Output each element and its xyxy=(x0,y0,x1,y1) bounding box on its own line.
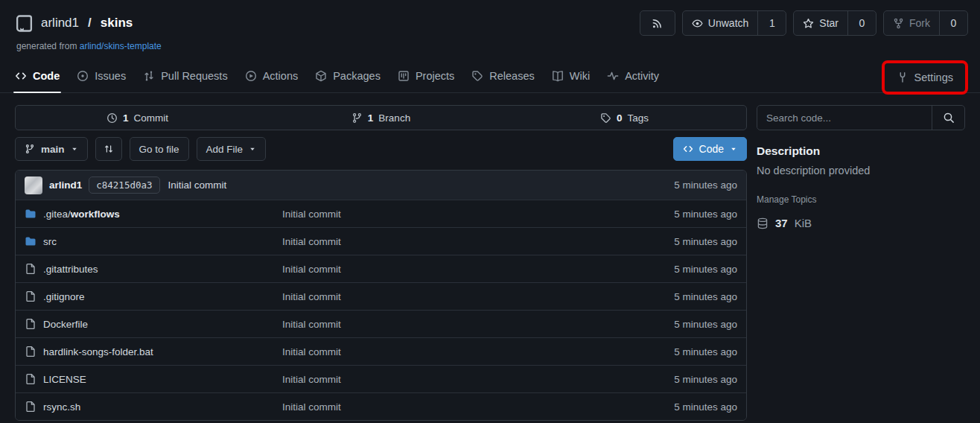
tab-issues[interactable]: Issues xyxy=(77,59,126,92)
manage-topics-link[interactable]: Manage Topics xyxy=(757,194,965,205)
avatar[interactable] xyxy=(25,176,42,194)
file-commit-message[interactable]: Initial commit xyxy=(282,264,611,275)
tab-packages[interactable]: Packages xyxy=(315,59,381,92)
add-file-button[interactable]: Add File xyxy=(197,137,267,161)
repo-owner-link[interactable]: arlind1 xyxy=(41,16,79,31)
file-commit-message[interactable]: Initial commit xyxy=(282,401,611,413)
file-name-link[interactable]: hardlink-songs-folder.bat xyxy=(43,346,153,357)
file-commit-message[interactable]: Initial commit xyxy=(282,319,611,330)
repo-size-unit: KiB xyxy=(795,217,812,229)
fork-button-group: Fork 0 xyxy=(883,10,968,36)
forks-count[interactable]: 0 xyxy=(939,11,967,35)
description-text: No description provided xyxy=(757,165,965,176)
repo-tabbar: Code Issues Pull Requests Actions Packag… xyxy=(0,59,980,93)
stat-branch[interactable]: 1 Branch xyxy=(259,106,503,130)
book-icon xyxy=(552,70,564,82)
commit-author-link[interactable]: arlind1 xyxy=(49,179,82,191)
tab-actions-label: Actions xyxy=(263,70,299,82)
project-icon xyxy=(398,70,410,82)
tab-wiki[interactable]: Wiki xyxy=(552,59,590,92)
branch-icon xyxy=(351,112,363,124)
tab-projects-label: Projects xyxy=(416,70,454,82)
search-input[interactable] xyxy=(757,106,932,130)
file-commit-time: 5 minutes ago xyxy=(611,401,737,413)
annotation-highlight-box: Settings xyxy=(882,60,968,95)
unwatch-button[interactable]: Unwatch xyxy=(683,11,757,35)
file-commit-message[interactable]: Initial commit xyxy=(282,346,611,357)
commit-message-link[interactable]: Initial commit xyxy=(168,179,227,191)
file-name-link[interactable]: src xyxy=(43,236,57,247)
repo-icon xyxy=(15,14,34,33)
branch-selector[interactable]: main xyxy=(15,137,88,161)
file-name-link[interactable]: .gitattributes xyxy=(43,264,98,275)
file-row: hardlink-songs-folder.bat Initial commit… xyxy=(16,337,746,365)
folder-icon xyxy=(25,208,36,220)
file-commit-message[interactable]: Initial commit xyxy=(282,236,611,247)
file-commit-time: 5 minutes ago xyxy=(611,346,737,357)
chevron-down-icon xyxy=(730,145,737,153)
rss-button[interactable] xyxy=(640,11,675,35)
file-commit-time: 5 minutes ago xyxy=(611,291,737,302)
file-commit-message[interactable]: Initial commit xyxy=(282,374,611,385)
file-name-link[interactable]: Dockerfile xyxy=(43,319,88,330)
tab-code[interactable]: Code xyxy=(15,59,60,92)
fork-button[interactable]: Fork xyxy=(884,11,939,35)
go-to-file-button[interactable]: Go to file xyxy=(130,137,189,161)
tab-issues-label: Issues xyxy=(95,70,126,82)
search-button[interactable] xyxy=(932,106,964,130)
stat-commit[interactable]: 1 Commit xyxy=(16,106,259,130)
repo-size-row: 37 KiB xyxy=(757,217,965,229)
file-icon xyxy=(25,346,36,357)
template-repo-link[interactable]: arlind/skins-template xyxy=(80,41,162,51)
file-row: Dockerfile Initial commit 5 minutes ago xyxy=(16,310,746,337)
tab-pull-requests-label: Pull Requests xyxy=(161,70,227,82)
stars-count[interactable]: 0 xyxy=(847,11,876,35)
tools-icon xyxy=(897,71,909,83)
file-icon xyxy=(25,290,36,302)
generated-from-line: generated from arlind/skins-template xyxy=(16,41,968,51)
code-icon xyxy=(15,70,27,82)
file-icon xyxy=(25,263,36,275)
tab-releases[interactable]: Releases xyxy=(471,59,534,92)
file-commit-time: 5 minutes ago xyxy=(611,236,737,247)
stat-tags[interactable]: 0 Tags xyxy=(503,106,746,130)
commit-time: 5 minutes ago xyxy=(674,179,737,191)
tab-wiki-label: Wiki xyxy=(570,70,590,82)
play-icon xyxy=(245,70,257,82)
watch-button-group: Unwatch 1 xyxy=(682,10,786,36)
branch-name: main xyxy=(41,144,65,155)
description-heading: Description xyxy=(757,144,965,158)
compare-button[interactable] xyxy=(95,137,122,161)
chevron-down-icon xyxy=(249,145,256,153)
file-icon xyxy=(25,401,36,413)
file-row: src Initial commit 5 minutes ago xyxy=(16,227,746,255)
code-download-button[interactable]: Code xyxy=(673,137,747,161)
star-button[interactable]: Star xyxy=(794,11,847,35)
file-commit-message[interactable]: Initial commit xyxy=(282,209,611,220)
repo-title: arlind1 / skins xyxy=(15,14,133,33)
database-icon xyxy=(757,217,769,229)
file-name-link[interactable]: .gitea/workflows xyxy=(43,209,120,220)
file-commit-message[interactable]: Initial commit xyxy=(282,291,611,302)
repo-size-value: 37 xyxy=(775,217,788,229)
tab-activity[interactable]: Activity xyxy=(607,59,659,92)
file-row: LICENSE Initial commit 5 minutes ago xyxy=(16,365,746,392)
file-name-link[interactable]: rsync.sh xyxy=(43,401,80,413)
tag-icon xyxy=(471,70,483,82)
file-table: arlind1 c84215d0a3 Initial commit 5 minu… xyxy=(15,170,747,421)
tab-projects[interactable]: Projects xyxy=(398,59,454,92)
file-row: rsync.sh Initial commit 5 minutes ago xyxy=(16,392,746,420)
tab-settings-label: Settings xyxy=(914,71,953,83)
file-icon xyxy=(25,318,36,330)
file-row: .gitea/workflows Initial commit 5 minute… xyxy=(16,200,746,227)
commit-hash-link[interactable]: c84215d0a3 xyxy=(89,176,159,194)
file-name-link[interactable]: .gitignore xyxy=(43,291,85,302)
code-toolbar: main Go to file Add File Code xyxy=(15,137,747,161)
file-name-link[interactable]: LICENSE xyxy=(43,374,86,385)
tab-settings[interactable]: Settings xyxy=(897,71,953,83)
watchers-count[interactable]: 1 xyxy=(757,11,786,35)
tab-pull-requests[interactable]: Pull Requests xyxy=(143,59,227,92)
tab-actions[interactable]: Actions xyxy=(245,59,299,92)
tab-activity-label: Activity xyxy=(625,70,659,82)
repo-name-link[interactable]: skins xyxy=(101,16,133,31)
